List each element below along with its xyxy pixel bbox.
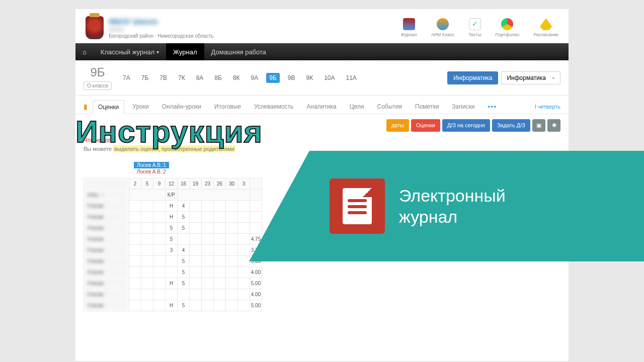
table-row[interactable]: Ученик54.75 [84, 234, 262, 245]
current-class: 9Б О классе [84, 65, 112, 90]
action-grades[interactable]: Оценки [411, 119, 440, 132]
class-7b[interactable]: 7Б [138, 73, 152, 83]
crest-icon [86, 16, 104, 39]
overlay-panel: Электронный журнал [249, 151, 644, 261]
home-icon[interactable]: ⌂ [83, 48, 87, 56]
module-journal[interactable]: Журнал [400, 18, 417, 37]
portfolio-icon [501, 18, 513, 30]
tab-more[interactable]: ••• [482, 100, 502, 113]
table-row[interactable]: УченикН4 [84, 201, 262, 212]
document-icon [330, 178, 385, 234]
arm-icon [437, 18, 449, 30]
table-row[interactable]: Ученик343.75 [84, 245, 262, 256]
subject-button[interactable]: Информатика [447, 71, 499, 84]
table-row[interactable]: Ученик55 [84, 223, 262, 234]
overlay-panel-text: Электронный журнал [399, 185, 506, 228]
folder-icon: ▮ [84, 103, 88, 111]
class-10a[interactable]: 10А [321, 73, 338, 83]
class-7k[interactable]: 7К [175, 73, 188, 83]
school-location: Богородский район · Нижегородская област… [109, 33, 213, 39]
main-nav: ⌂ Классный журнал▾ Журнал Домашняя работ… [75, 43, 569, 60]
class-8b[interactable]: 8Б [211, 73, 225, 83]
tab-lessons[interactable]: Уроки [127, 100, 153, 113]
class-7v[interactable]: 7В [156, 73, 170, 83]
class-9a[interactable]: 9А [248, 73, 262, 83]
tab-grades[interactable]: Оценки [93, 100, 124, 114]
current-class-label: 9Б [84, 65, 112, 79]
tab-analytics[interactable]: Аналитика [301, 100, 341, 113]
action-settings[interactable]: ✱ [547, 119, 560, 132]
journal-icon [403, 18, 415, 30]
school-name: МБОУ Школа [109, 17, 213, 26]
subject-area: Информатика Информатика [447, 71, 560, 84]
class-9v[interactable]: 9В [285, 73, 298, 83]
action-hw-today[interactable]: Д/З на сегодня [442, 119, 490, 132]
chevron-down-icon: ▾ [156, 49, 159, 55]
header: МБОУ Школа школа Богородский район · Ниж… [75, 9, 569, 43]
tab-goals[interactable]: Цели [345, 100, 369, 113]
tab-performance[interactable]: Успеваемость [249, 100, 298, 113]
class-list: 7А 7Б 7В 7К 8А 8Б 8К 9А 9Б 9В 9К 10А 11А [120, 73, 360, 83]
table-row[interactable]: Ученик55.00 [84, 256, 262, 267]
tab-final[interactable]: Итоговые [209, 100, 246, 113]
class-bar: 9Б О классе 7А 7Б 7В 7К 8А 8Б 8К 9А 9Б 9… [75, 60, 569, 96]
table-row[interactable]: УченикН55.00 [84, 300, 262, 311]
action-dates[interactable]: даты [386, 119, 409, 132]
tab-bar: ▮ Оценки Уроки Онлайн-уроки Итоговые Усп… [75, 96, 569, 114]
about-class-button[interactable]: О классе [84, 81, 112, 90]
period-select[interactable]: I четверть [535, 104, 560, 110]
class-11a[interactable]: 11А [343, 73, 360, 83]
school-info: МБОУ Школа школа Богородский район · Ниж… [104, 17, 213, 39]
action-set-hw[interactable]: Задать Д/З [492, 119, 530, 132]
teacher-2[interactable]: Лосев А.В.:2 [134, 168, 169, 175]
action-lock[interactable]: ▣ [532, 119, 545, 132]
teacher-1[interactable]: Лосев А.В.:1 [134, 162, 169, 168]
subject-select[interactable]: Информатика [501, 71, 560, 84]
table-row[interactable]: Ученик54.00 [84, 267, 262, 278]
module-switcher: Журнал АРМ Класс Тесты Портфолио Расписа… [400, 18, 558, 37]
tests-icon [469, 18, 481, 30]
class-7a[interactable]: 7А [120, 73, 133, 83]
class-8a[interactable]: 8А [193, 73, 207, 83]
table-row[interactable]: УченикН55.00 [84, 278, 262, 289]
module-arm[interactable]: АРМ Класс [431, 18, 454, 37]
overlay-title: Инструкция [75, 114, 263, 149]
table-subheader-row: типы → К/Р [84, 190, 262, 201]
tab-online[interactable]: Онлайн-уроки [157, 100, 206, 113]
nav-journal[interactable]: Журнал [166, 43, 204, 60]
nav-homework[interactable]: Домашняя работа [204, 43, 274, 60]
table-row[interactable]: Ученик4.00 [84, 289, 262, 300]
grades-table: 259 121619 232630 3 типы → К/Р УченикН4У… [84, 178, 262, 311]
school-sub: школа [109, 27, 213, 32]
class-9b[interactable]: 9Б [266, 73, 280, 83]
tab-marks[interactable]: Пометки [410, 100, 444, 113]
table-row[interactable]: УченикН5 [84, 212, 262, 223]
module-portfolio[interactable]: Портфолио [495, 18, 519, 37]
schedule-icon [540, 18, 552, 30]
table-header-row: 259 121619 232630 3 [84, 178, 262, 190]
tab-events[interactable]: События [372, 100, 408, 113]
nav-class-journal[interactable]: Классный журнал▾ [94, 43, 166, 60]
class-8k[interactable]: 8К [230, 73, 243, 83]
tab-notes[interactable]: Записки [447, 100, 479, 113]
module-schedule[interactable]: Расписание [533, 18, 558, 37]
module-tests[interactable]: Тесты [468, 18, 481, 37]
class-9k[interactable]: 9К [303, 73, 316, 83]
